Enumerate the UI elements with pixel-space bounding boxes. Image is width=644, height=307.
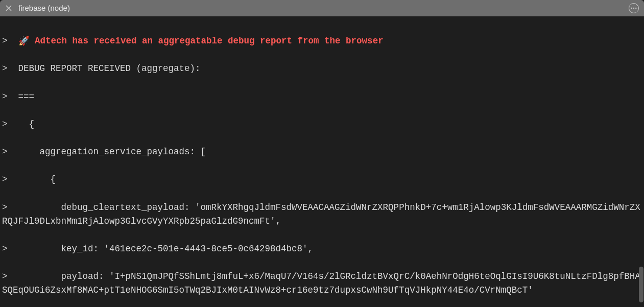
terminal-line: > debug_cleartext_payload: 'omRkYXRhgqJl…: [2, 201, 641, 228]
tab-title: firebase (node): [18, 2, 70, 14]
terminal-line: > {: [2, 173, 641, 186]
output-text: key_id: '461ece2c-501e-4443-8ce5-0c64298…: [18, 244, 314, 254]
prompt-caret: >: [2, 244, 18, 254]
output-text: > debug_cleartext_payload: 'omRkYXRhgqJl…: [2, 202, 640, 226]
svg-point-4: [635, 8, 636, 9]
prompt-caret: >: [2, 91, 18, 102]
output-text: DEBUG REPORT RECEIVED (aggregate):: [18, 63, 201, 74]
terminal-line: > ===: [2, 90, 641, 104]
terminal-line: > aggregation_service_payloads: [: [2, 145, 641, 159]
tab-bar: firebase (node): [0, 0, 644, 16]
scrollbar-thumb[interactable]: [639, 267, 643, 302]
svg-point-3: [633, 8, 634, 9]
rocket-icon: 🚀: [18, 35, 30, 49]
terminal-line: > key_id: '461ece2c-501e-4443-8ce5-0c642…: [2, 242, 641, 256]
prompt-caret: >: [2, 119, 18, 129]
scrollbar-track[interactable]: [639, 16, 643, 307]
prompt-caret: >: [2, 147, 18, 157]
output-text: {: [18, 119, 35, 129]
terminal-line: > payload: 'I+pNS1QmJPQfSShLmtj8mfuL+x6/…: [2, 270, 641, 297]
prompt-caret: >: [2, 36, 18, 46]
output-text: {: [18, 174, 56, 184]
output-text: > payload: 'I+pNS1QmJPQfSShLmtj8mfuL+x6/…: [2, 271, 640, 295]
terminal-line: > {: [2, 117, 641, 131]
svg-point-2: [631, 8, 632, 9]
output-text: ===: [18, 91, 35, 102]
terminal-line: > 🚀 Adtech has received an aggregatable …: [2, 34, 641, 48]
prompt-caret: >: [2, 63, 18, 74]
output-text: aggregation_service_payloads: [: [18, 147, 206, 157]
headline-text: Adtech has received an aggregatable debu…: [30, 36, 384, 46]
terminal-line: > DEBUG REPORT RECEIVED (aggregate):: [2, 62, 641, 76]
terminal-output: > 🚀 Adtech has received an aggregatable …: [0, 16, 644, 307]
close-icon[interactable]: [5, 5, 12, 12]
more-icon[interactable]: [629, 3, 639, 13]
prompt-caret: >: [2, 174, 18, 184]
